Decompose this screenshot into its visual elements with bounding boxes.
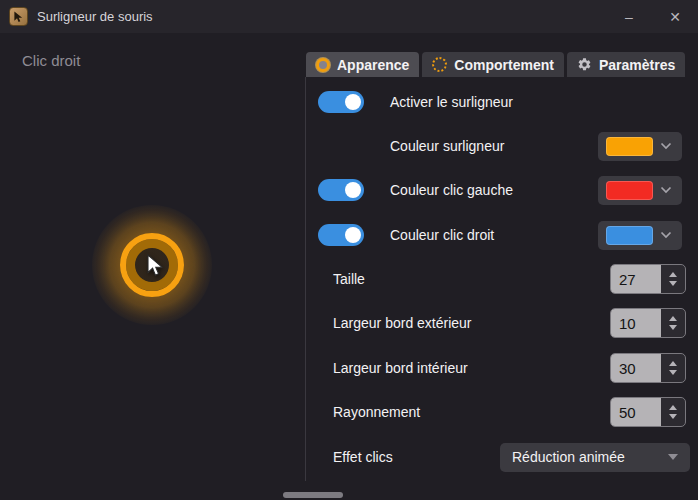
tab-apparence[interactable]: Apparence: [306, 52, 419, 77]
size-input[interactable]: [611, 265, 661, 293]
highlight-ring-icon: [316, 58, 330, 72]
size-label: Taille: [333, 271, 365, 287]
close-button[interactable]: ✕: [652, 0, 698, 33]
row-right-click-color: Couleur clic droit: [306, 220, 698, 250]
inner-border-label: Largeur bord intérieur: [333, 360, 468, 376]
tab-comportement[interactable]: Comportement: [422, 52, 564, 77]
spin-down-icon[interactable]: [669, 325, 677, 330]
highlight-color-dropdown[interactable]: [598, 132, 682, 161]
chevron-down-icon: [660, 186, 672, 194]
click-effect-value: Réduction animée: [512, 449, 625, 465]
glow-input[interactable]: [611, 398, 661, 426]
minimize-button[interactable]: –: [606, 0, 652, 33]
spin-up-icon[interactable]: [669, 361, 677, 366]
spin-up-icon[interactable]: [669, 405, 677, 410]
click-effect-select[interactable]: Réduction animée: [500, 443, 690, 472]
row-inner-border: Largeur bord intérieur: [306, 353, 698, 383]
horizontal-scrollbar-thumb[interactable]: [283, 492, 343, 498]
app-cursor-icon: [9, 7, 28, 26]
size-spinner: [610, 264, 686, 294]
spinner-buttons: [661, 309, 684, 337]
right-click-color-label: Couleur clic droit: [390, 227, 494, 243]
spinner-buttons: [661, 354, 684, 382]
glow-spinner: [610, 397, 686, 427]
spin-down-icon[interactable]: [669, 414, 677, 419]
row-size: Taille: [306, 264, 698, 294]
spin-down-icon[interactable]: [669, 281, 677, 286]
gear-icon: [577, 57, 592, 72]
left-click-color-label: Couleur clic gauche: [390, 182, 513, 198]
spinner-buttons: [661, 398, 684, 426]
right-click-color-toggle[interactable]: [318, 224, 364, 246]
enable-highlighter-toggle[interactable]: [318, 91, 364, 113]
left-click-color-toggle[interactable]: [318, 179, 364, 201]
chevron-down-icon: [660, 142, 672, 150]
toggle-knob: [345, 182, 361, 198]
spin-up-icon[interactable]: [669, 316, 677, 321]
caret-down-icon: [668, 454, 678, 460]
row-glow: Rayonnement: [306, 397, 698, 427]
enable-highlighter-label: Activer le surligneur: [390, 94, 513, 110]
tab-label: Comportement: [454, 57, 554, 73]
tab-bar: Apparence Comportement Paramètres: [306, 52, 685, 77]
glow-label: Rayonnement: [333, 404, 420, 420]
left-click-color-dropdown[interactable]: [598, 176, 682, 205]
outer-border-input[interactable]: [611, 309, 661, 337]
highlight-color-label: Couleur surligneur: [390, 138, 504, 154]
row-highlight-color: Couleur surligneur: [306, 131, 698, 161]
row-left-click-color: Couleur clic gauche: [306, 175, 698, 205]
inner-border-spinner: [610, 353, 686, 383]
preview-caption: Clic droit: [22, 52, 80, 69]
row-click-effect: Effet clics Réduction animée: [306, 442, 698, 472]
toggle-knob: [345, 94, 361, 110]
tab-label: Apparence: [337, 57, 409, 73]
right-click-color-dropdown[interactable]: [598, 221, 682, 250]
tab-label: Paramètres: [599, 57, 675, 73]
window-controls: – ✕: [606, 0, 698, 33]
outer-border-label: Largeur bord extérieur: [333, 315, 472, 331]
left-click-color-swatch: [606, 181, 653, 200]
spin-up-icon[interactable]: [669, 272, 677, 277]
app-window: Surligneur de souris – ✕ Clic droit Appa…: [0, 0, 698, 500]
outer-border-spinner: [610, 308, 686, 338]
right-click-color-swatch: [606, 226, 653, 245]
inner-border-input[interactable]: [611, 354, 661, 382]
click-effect-label: Effet clics: [333, 449, 393, 465]
tab-parametres[interactable]: Paramètres: [567, 52, 685, 77]
highlight-color-swatch: [606, 137, 653, 156]
spinner-buttons: [661, 265, 684, 293]
dotted-ring-icon: [432, 57, 447, 72]
row-enable-highlighter: Activer le surligneur: [306, 87, 698, 117]
spin-down-icon[interactable]: [669, 370, 677, 375]
titlebar: Surligneur de souris – ✕: [0, 0, 698, 33]
toggle-knob: [345, 227, 361, 243]
row-outer-border: Largeur bord extérieur: [306, 308, 698, 338]
window-title: Surligneur de souris: [37, 9, 153, 24]
chevron-down-icon: [660, 231, 672, 239]
mouse-cursor-icon: [146, 254, 167, 277]
